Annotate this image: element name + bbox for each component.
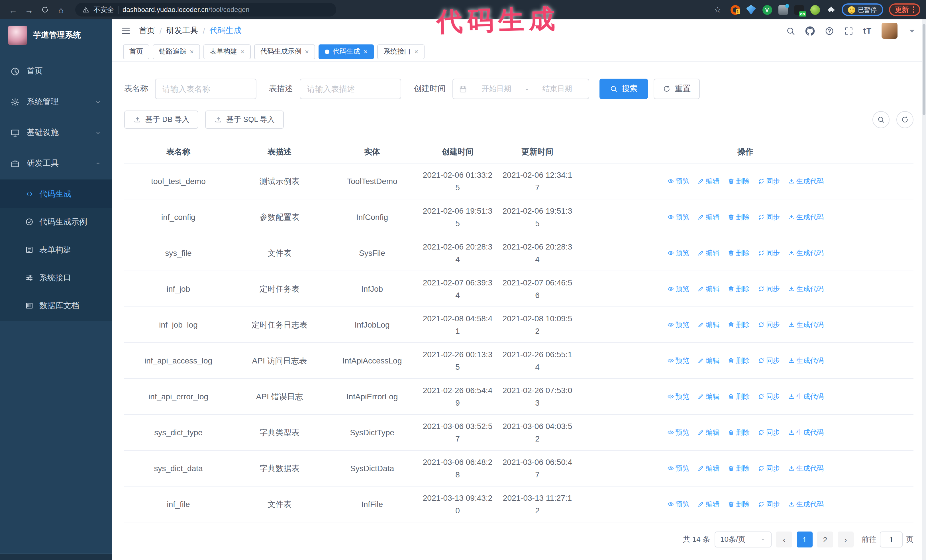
action-delete[interactable]: 删除 [728,247,750,259]
action-delete[interactable]: 删除 [728,354,750,367]
sidebar-subitem-代码生成[interactable]: 代码生成 [0,180,112,208]
import-db-button[interactable]: 基于 DB 导入 [124,110,198,129]
action-sync[interactable]: 同步 [758,354,780,367]
browser-scrollbar[interactable] [922,20,926,560]
help-icon[interactable] [825,26,834,36]
sidebar-item-基础设施[interactable]: 基础设施 [0,117,112,148]
action-sync[interactable]: 同步 [758,318,780,331]
browser-update-button[interactable]: 更新 [889,3,920,16]
action-generate[interactable]: 生成代码 [788,390,824,403]
action-preview[interactable]: 预览 [667,354,689,367]
action-preview[interactable]: 预览 [667,318,689,331]
action-preview[interactable]: 预览 [667,498,689,510]
extension-icon-dark[interactable]: on [794,5,804,15]
action-sync[interactable]: 同步 [758,498,780,510]
tab-close-icon[interactable]: × [414,48,418,55]
tab-代码生成示例[interactable]: 代码生成示例 × [254,44,315,59]
action-edit[interactable]: 编辑 [697,282,719,295]
import-sql-button[interactable]: 基于 SQL 导入 [206,110,284,129]
table-name-input[interactable] [155,78,256,99]
tab-表单构建[interactable]: 表单构建 × [203,44,251,59]
table-desc-input[interactable] [300,78,401,99]
action-delete[interactable]: 删除 [728,175,750,187]
extension-icon-orange[interactable]: 1 [730,5,740,15]
action-delete[interactable]: 删除 [728,462,750,474]
goto-page-input[interactable] [880,531,903,548]
tab-系统接口[interactable]: 系统接口 × [377,44,425,59]
action-sync[interactable]: 同步 [758,175,780,187]
sidebar-item-研发工具[interactable]: 研发工具 [0,148,112,179]
action-generate[interactable]: 生成代码 [788,426,824,439]
action-delete[interactable]: 删除 [728,318,750,331]
font-size-icon[interactable]: tT [863,26,872,35]
tab-首页[interactable]: 首页 [123,44,149,59]
chevron-down-icon[interactable] [907,26,917,36]
action-preview[interactable]: 预览 [667,390,689,403]
action-sync[interactable]: 同步 [758,282,780,295]
action-preview[interactable]: 预览 [667,175,689,187]
browser-menu-kebab-icon[interactable] [912,6,914,13]
sidebar-subitem-表单构建[interactable]: 表单构建 [0,236,112,264]
breadcrumb-item-home[interactable]: 首页 [139,26,155,36]
refresh-list-button[interactable] [896,111,914,128]
tab-代码生成[interactable]: 代码生成 × [319,44,374,59]
action-generate[interactable]: 生成代码 [788,318,824,331]
action-sync[interactable]: 同步 [758,390,780,403]
action-edit[interactable]: 编辑 [697,247,719,259]
browser-home-icon[interactable]: ⌂ [54,2,68,17]
action-edit[interactable]: 编辑 [697,211,719,223]
prev-page-button[interactable]: ‹ [776,531,792,548]
page-button-2[interactable]: 2 [817,531,833,548]
action-delete[interactable]: 删除 [728,426,750,439]
sidebar-item-首页[interactable]: 首页 [0,56,112,87]
tab-链路追踪[interactable]: 链路追踪 × [153,44,200,59]
action-edit[interactable]: 编辑 [697,498,719,510]
page-size-select[interactable]: 10条/页 [714,531,772,548]
action-sync[interactable]: 同步 [758,211,780,223]
browser-back-icon[interactable]: ← [6,2,21,17]
tab-close-icon[interactable]: × [241,48,244,55]
address-bar[interactable]: 不安全 dashboard.yudao.iocoder.cn/tool/code… [75,3,336,17]
action-sync[interactable]: 同步 [758,247,780,259]
browser-reload-icon[interactable] [38,2,53,17]
tab-close-icon[interactable]: × [190,48,194,55]
tab-close-icon[interactable]: × [305,48,309,55]
action-generate[interactable]: 生成代码 [788,498,824,510]
sidebar-subitem-系统接口[interactable]: 系统接口 [0,264,112,292]
fullscreen-icon[interactable] [844,26,853,36]
bookmark-star-icon[interactable]: ☆ [714,5,721,14]
extensions-puzzle-icon[interactable] [826,5,836,15]
action-edit[interactable]: 编辑 [697,175,719,187]
action-generate[interactable]: 生成代码 [788,175,824,187]
action-generate[interactable]: 生成代码 [788,247,824,259]
action-edit[interactable]: 编辑 [697,462,719,474]
action-generate[interactable]: 生成代码 [788,282,824,295]
action-preview[interactable]: 预览 [667,211,689,223]
profile-paused-chip[interactable]: 已暂停 [841,3,883,16]
page-button-1[interactable]: 1 [797,531,813,548]
action-sync[interactable]: 同步 [758,462,780,474]
sidebar-footer-bar[interactable] [0,553,112,560]
sidebar-item-系统管理[interactable]: 系统管理 [0,87,112,117]
search-icon[interactable] [786,26,796,36]
extension-icon-gem[interactable] [746,5,756,15]
action-preview[interactable]: 预览 [667,426,689,439]
action-generate[interactable]: 生成代码 [788,462,824,474]
next-page-button[interactable]: › [838,531,853,548]
action-edit[interactable]: 编辑 [697,354,719,367]
action-sync[interactable]: 同步 [758,426,780,439]
action-delete[interactable]: 删除 [728,390,750,403]
action-preview[interactable]: 预览 [667,247,689,259]
action-generate[interactable]: 生成代码 [788,211,824,223]
action-edit[interactable]: 编辑 [697,390,719,403]
breadcrumb-item-tools[interactable]: 研发工具 [166,26,198,36]
date-range-picker[interactable]: 开始日期 - 结束日期 [452,78,589,99]
browser-forward-icon[interactable]: → [22,2,36,17]
user-avatar[interactable] [882,23,897,39]
sidebar-subitem-代码生成示例[interactable]: 代码生成示例 [0,208,112,236]
action-delete[interactable]: 删除 [728,282,750,295]
reset-button[interactable]: 重置 [654,78,700,99]
scrollbar-thumb[interactable] [923,24,925,115]
tab-close-icon[interactable]: × [363,48,368,55]
action-delete[interactable]: 删除 [728,498,750,510]
